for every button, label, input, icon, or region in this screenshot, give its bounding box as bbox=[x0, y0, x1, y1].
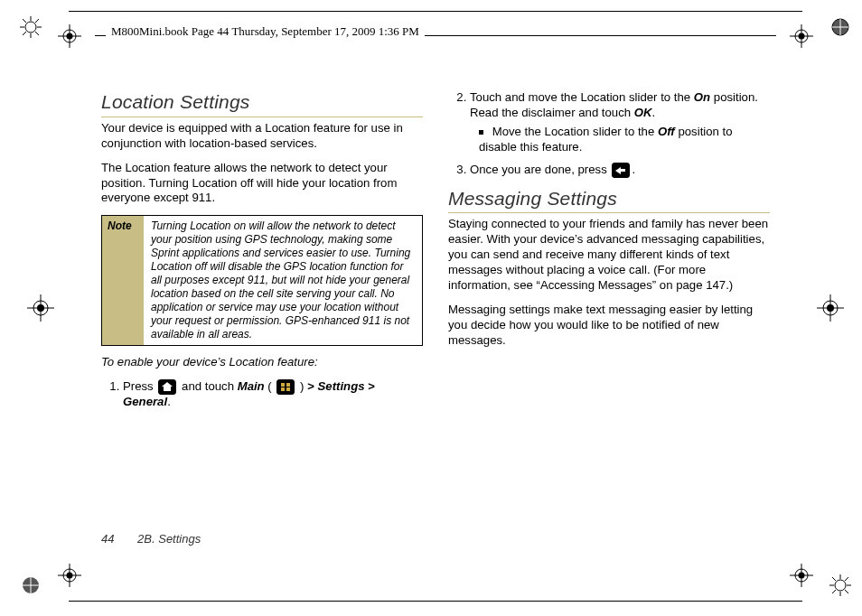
crop-mark-icon bbox=[20, 16, 42, 38]
note-label: Note bbox=[102, 216, 144, 345]
section-title: 2B. Settings bbox=[137, 532, 201, 546]
registration-mark-icon bbox=[788, 23, 815, 50]
svg-line-24 bbox=[832, 590, 836, 593]
sub-item: Move the Location slider to the Off posi… bbox=[479, 125, 770, 155]
registration-mark-icon bbox=[56, 23, 83, 50]
crop-mark-icon bbox=[829, 16, 851, 38]
svg-line-5 bbox=[23, 19, 26, 23]
running-header: M800Mini.book Page 44 Thursday, Septembe… bbox=[106, 24, 425, 39]
ui-label-general: General bbox=[123, 395, 167, 408]
heading-messaging-settings: Messaging Settings bbox=[448, 187, 770, 214]
body-columns: Location Settings Your device is equippe… bbox=[101, 90, 770, 542]
page-footer: 44 2B. Settings bbox=[101, 532, 201, 546]
step-text: and touch bbox=[182, 379, 238, 393]
breadcrumb-separator: > bbox=[368, 379, 375, 393]
note-box: Note Turning Location on will allow the … bbox=[101, 215, 423, 346]
step-1: Press and touch Main ( ) > Settings > Ge… bbox=[123, 379, 423, 410]
step-text: Once you are done, press bbox=[470, 163, 610, 176]
ui-label-off: Off bbox=[658, 125, 675, 138]
note-body: Turning Location on will allow the netwo… bbox=[144, 216, 422, 345]
svg-point-0 bbox=[25, 22, 36, 33]
ui-label-main: Main bbox=[238, 379, 265, 393]
step-2: Touch and move the Location slider to th… bbox=[470, 90, 770, 155]
step-text: Move the Location slider to the bbox=[492, 125, 658, 138]
svg-line-23 bbox=[845, 577, 848, 581]
step-3: Once you are done, press . bbox=[470, 163, 770, 178]
heading-location-settings: Location Settings bbox=[101, 90, 423, 117]
step-text: Press bbox=[123, 379, 156, 393]
breadcrumb-separator: > bbox=[307, 379, 314, 393]
page-number: 44 bbox=[101, 532, 114, 546]
step-text: . bbox=[167, 395, 171, 408]
paragraph: Messaging settings make text messaging e… bbox=[448, 303, 770, 349]
main-menu-icon bbox=[276, 379, 295, 395]
paragraph: The Location feature allows the network … bbox=[101, 161, 423, 207]
home-key-icon bbox=[158, 379, 176, 395]
step-text: Touch and move the Location slider to th… bbox=[470, 90, 694, 104]
paragraph: Your device is equipped with a Location … bbox=[101, 121, 423, 152]
step-text: ( bbox=[267, 379, 271, 393]
svg-point-16 bbox=[835, 580, 846, 591]
svg-line-21 bbox=[832, 577, 836, 581]
svg-line-8 bbox=[23, 32, 26, 35]
procedure-leadin: To enable your device’s Location feature… bbox=[101, 355, 423, 370]
ui-label-settings: Settings bbox=[318, 379, 365, 393]
svg-line-6 bbox=[35, 32, 39, 35]
crop-mark-icon bbox=[20, 574, 42, 596]
ui-label-on: On bbox=[694, 90, 710, 104]
rule-line bbox=[69, 601, 802, 602]
paragraph: Staying connected to your friends and fa… bbox=[448, 217, 770, 293]
registration-mark-icon bbox=[56, 562, 83, 589]
back-key-icon bbox=[612, 163, 630, 178]
crop-mark-icon bbox=[829, 574, 851, 596]
sub-list: Move the Location slider to the Off posi… bbox=[470, 125, 770, 155]
registration-mark-icon bbox=[788, 562, 815, 589]
registration-mark-icon bbox=[27, 294, 54, 322]
svg-line-22 bbox=[845, 590, 848, 593]
rule-line bbox=[69, 11, 802, 12]
step-text: ) bbox=[300, 379, 307, 393]
svg-line-7 bbox=[35, 19, 39, 23]
ui-label-ok: OK bbox=[634, 106, 652, 119]
registration-mark-icon bbox=[817, 294, 844, 322]
page: M800Mini.book Page 44 Thursday, Septembe… bbox=[0, 0, 862, 616]
